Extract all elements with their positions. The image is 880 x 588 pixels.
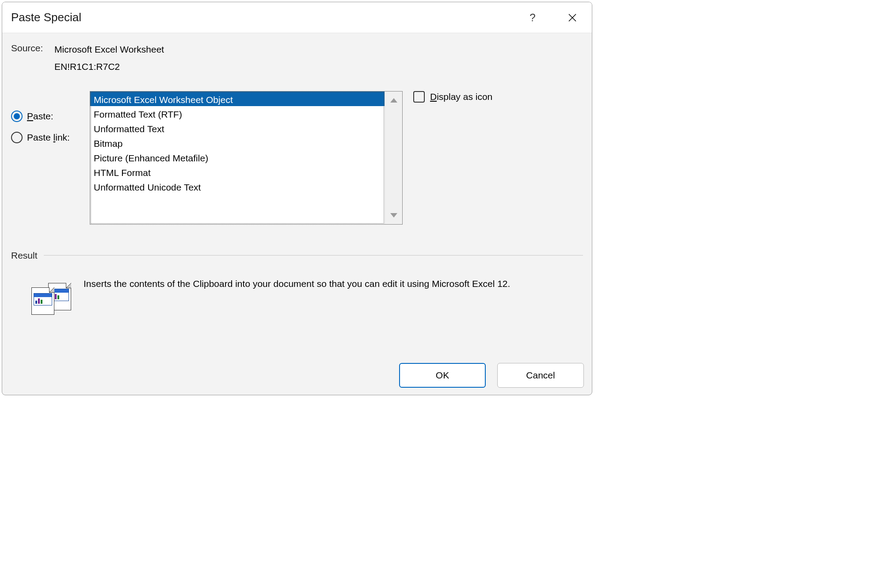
result-section: Result Inserts the contents of the Clipb… bbox=[11, 250, 583, 317]
right-column: Display as icon bbox=[413, 91, 492, 103]
list-item[interactable]: Formatted Text (RTF) bbox=[90, 106, 385, 121]
help-button[interactable]: ? bbox=[523, 11, 542, 24]
dialog-content: Source: Microsoft Excel Worksheet EN!R1C… bbox=[2, 33, 592, 326]
close-icon bbox=[568, 14, 576, 22]
ok-button[interactable]: OK bbox=[399, 363, 486, 388]
cancel-button[interactable]: Cancel bbox=[497, 363, 584, 388]
svg-marker-2 bbox=[390, 98, 397, 103]
scroll-down-button[interactable] bbox=[385, 206, 402, 224]
source-label: Source: bbox=[11, 43, 54, 53]
paste-radio-label: Paste: bbox=[27, 111, 53, 122]
format-list[interactable]: Microsoft Excel Worksheet Object Formatt… bbox=[90, 92, 385, 224]
list-item[interactable]: Unformatted Text bbox=[90, 121, 385, 135]
main-row: Paste: Paste link: Microsoft Excel Works… bbox=[11, 91, 583, 225]
result-heading: Result bbox=[11, 250, 38, 261]
paste-link-radio[interactable]: Paste link: bbox=[11, 132, 90, 143]
paste-radio[interactable]: Paste: bbox=[11, 111, 90, 122]
chevron-up-icon bbox=[390, 98, 397, 103]
list-item[interactable]: Unformatted Unicode Text bbox=[90, 179, 385, 194]
list-item[interactable]: HTML Format bbox=[90, 164, 385, 179]
radio-indicator-selected bbox=[11, 111, 23, 122]
result-text: Inserts the contents of the Clipboard in… bbox=[84, 278, 582, 290]
display-as-icon-checkbox[interactable]: Display as icon bbox=[413, 91, 492, 103]
scroll-up-button[interactable] bbox=[385, 92, 402, 109]
divider bbox=[44, 255, 583, 256]
source-value: Microsoft Excel Worksheet EN!R1C1:R7C2 bbox=[54, 43, 164, 73]
paste-special-dialog: Paste Special ? Source: Microsoft Excel … bbox=[2, 2, 592, 395]
display-as-icon-label: Display as icon bbox=[430, 92, 492, 102]
source-row: Source: Microsoft Excel Worksheet EN!R1C… bbox=[11, 43, 583, 73]
format-listbox[interactable]: Microsoft Excel Worksheet Object Formatt… bbox=[90, 91, 403, 225]
paste-link-radio-label: Paste link: bbox=[27, 132, 70, 143]
radio-group: Paste: Paste link: bbox=[11, 91, 90, 143]
listbox-scrollbar[interactable] bbox=[385, 92, 402, 224]
list-item[interactable]: Picture (Enhanced Metafile) bbox=[90, 150, 385, 164]
result-body: Inserts the contents of the Clipboard in… bbox=[11, 278, 583, 317]
radio-indicator bbox=[11, 132, 23, 143]
chevron-down-icon bbox=[390, 213, 397, 218]
title-bar: Paste Special ? bbox=[2, 2, 592, 33]
svg-marker-3 bbox=[390, 213, 397, 218]
source-line-2: EN!R1C1:R7C2 bbox=[54, 60, 164, 73]
checkbox-indicator bbox=[413, 91, 425, 103]
dialog-title: Paste Special bbox=[11, 11, 523, 24]
close-button[interactable] bbox=[560, 14, 585, 22]
list-item[interactable]: Microsoft Excel Worksheet Object bbox=[90, 92, 385, 106]
result-heading-row: Result bbox=[11, 250, 583, 261]
dialog-buttons: OK Cancel bbox=[399, 363, 584, 388]
list-item[interactable]: Bitmap bbox=[90, 135, 385, 150]
source-line-1: Microsoft Excel Worksheet bbox=[54, 43, 164, 56]
result-icon bbox=[30, 278, 74, 317]
